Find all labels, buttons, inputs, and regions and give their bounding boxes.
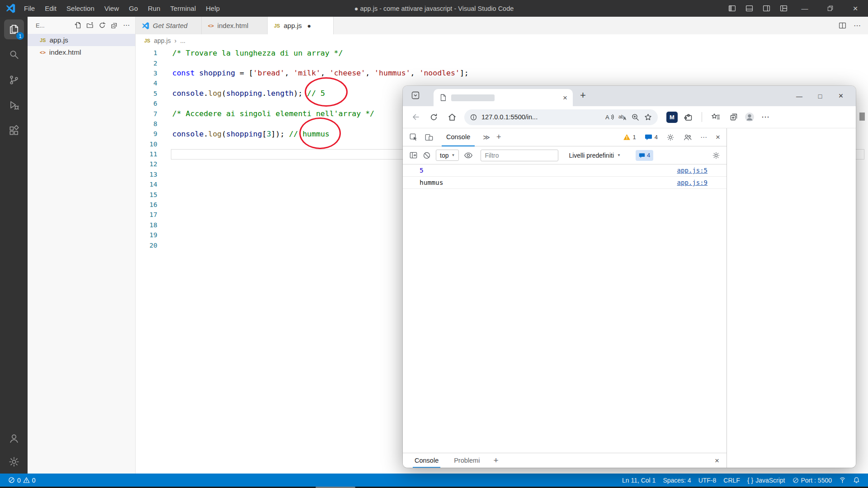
devtools-close-icon[interactable]: ×	[716, 133, 720, 141]
favorites-hub-icon[interactable]	[708, 110, 723, 125]
code-line-2[interactable]: 2	[136, 58, 868, 68]
editor-more-actions-icon[interactable]: ⋯	[854, 21, 861, 30]
file-item-app-js[interactable]: JS app.js	[28, 34, 135, 46]
browser-close-icon[interactable]: ×	[830, 86, 851, 106]
customize-layout-icon[interactable]	[775, 0, 792, 17]
clear-console-icon[interactable]	[423, 151, 431, 160]
menu-go[interactable]: Go	[124, 0, 143, 17]
extensions-icon[interactable]	[0, 118, 28, 143]
search-icon[interactable]	[0, 42, 28, 67]
breadcrumb-file[interactable]: app.js	[154, 37, 170, 44]
menu-terminal[interactable]: Terminal	[165, 0, 201, 17]
encoding[interactable]: UTF-8	[695, 477, 720, 484]
browser-maximize-icon[interactable]: □	[810, 86, 830, 106]
window-minimize-icon[interactable]: —	[792, 0, 817, 17]
tab-actions-menu-icon[interactable]	[411, 91, 420, 100]
context-selector[interactable]: top ▼	[436, 150, 459, 161]
console-filter-input[interactable]	[481, 150, 558, 161]
collapse-all-icon[interactable]	[111, 22, 118, 29]
cursor-position[interactable]: Ln 11, Col 1	[618, 477, 659, 484]
console-message-row[interactable]: hummus app.js:9	[403, 177, 726, 189]
home-icon[interactable]	[444, 110, 459, 125]
device-toolbar-icon[interactable]	[425, 133, 434, 142]
source-control-icon[interactable]	[0, 67, 28, 93]
site-info-icon[interactable]	[470, 113, 477, 121]
browser-minimize-icon[interactable]: —	[789, 86, 810, 106]
reload-icon[interactable]	[426, 110, 441, 125]
more-tabs-icon[interactable]: ≫	[483, 133, 490, 141]
new-tab-icon[interactable]: +	[580, 89, 586, 101]
back-icon[interactable]	[408, 110, 423, 125]
new-folder-icon[interactable]	[86, 22, 94, 29]
refresh-icon[interactable]	[99, 22, 106, 29]
messages-counter[interactable]: 4	[645, 133, 658, 141]
url-text[interactable]: 127.0.0.1:5500/in...	[481, 113, 601, 121]
toggle-secondary-sidebar-icon[interactable]	[758, 0, 775, 17]
menu-file[interactable]: File	[19, 0, 40, 17]
settings-gear-icon[interactable]	[0, 450, 28, 474]
broadcast-icon[interactable]	[835, 477, 849, 483]
drawer-tab-problems[interactable]: Problemi	[452, 453, 481, 468]
read-aloud-icon[interactable]: A	[605, 113, 614, 122]
menu-selection[interactable]: Selection	[61, 0, 99, 17]
new-file-icon[interactable]	[74, 22, 81, 29]
tab-get-started[interactable]: Get Started	[136, 17, 202, 34]
people-icon[interactable]	[683, 133, 692, 141]
browser-tab[interactable]: ×	[434, 89, 573, 106]
profile-avatar[interactable]	[744, 112, 755, 122]
account-icon[interactable]	[0, 427, 28, 450]
translate-icon[interactable]: ab	[618, 113, 627, 122]
toggle-sidebar-icon[interactable]	[723, 0, 741, 17]
console-settings-gear-icon[interactable]	[712, 151, 720, 160]
inspect-element-icon[interactable]	[409, 133, 418, 142]
drawer-close-icon[interactable]: ×	[715, 457, 719, 465]
console-sidebar-icon[interactable]	[409, 151, 418, 160]
browser-settings-menu-icon[interactable]: ⋯	[758, 110, 773, 125]
menu-edit[interactable]: Edit	[40, 0, 61, 17]
problems-indicator[interactable]: 0 0	[5, 474, 39, 487]
tab-app-js[interactable]: JS app.js ●	[268, 17, 334, 34]
code-line-1[interactable]: 1/* Trovare la lunghezza di un array */	[136, 48, 868, 58]
editor-overview-ruler-marker[interactable]	[859, 113, 865, 121]
language-mode[interactable]: { }JavaScript	[744, 477, 789, 484]
more-actions-icon[interactable]: ⋯	[123, 21, 130, 29]
collections-icon[interactable]	[726, 110, 741, 125]
toggle-panel-icon[interactable]	[741, 0, 758, 17]
browser-page[interactable]	[727, 128, 856, 468]
explorer-icon[interactable]: 1	[0, 17, 28, 42]
split-editor-icon[interactable]	[839, 22, 846, 29]
add-devtools-tab-icon[interactable]: +	[496, 132, 501, 142]
drawer-add-tab-icon[interactable]: +	[493, 455, 498, 465]
extensions-puzzle-icon[interactable]	[681, 110, 696, 125]
console-empty-area[interactable]	[403, 189, 726, 453]
source-link[interactable]: app.js:9	[677, 179, 708, 186]
warnings-counter[interactable]: 1	[623, 133, 636, 141]
devtools-more-icon[interactable]: ⋯	[700, 133, 707, 141]
favorites-star-icon[interactable]	[644, 113, 652, 122]
devtools-settings-gear-icon[interactable]	[666, 133, 675, 141]
window-restore-icon[interactable]	[817, 0, 843, 17]
indentation[interactable]: Spaces: 4	[659, 477, 694, 484]
eol-sequence[interactable]: CRLF	[720, 477, 744, 484]
address-bar[interactable]: 127.0.0.1:5500/in... A ab	[464, 109, 658, 125]
file-item-index-html[interactable]: <> index.html	[28, 46, 135, 58]
log-levels-selector[interactable]: Livelli predefiniti ▼	[569, 152, 621, 159]
live-server-port[interactable]: Port : 5500	[789, 477, 836, 484]
zoom-icon[interactable]	[631, 113, 640, 122]
code-line-3[interactable]: 3const shopping = ['bread', 'milk', 'che…	[136, 68, 868, 78]
notifications-bell-icon[interactable]	[849, 477, 863, 483]
message-count-chip[interactable]: 4	[636, 150, 653, 161]
breadcrumb[interactable]: JS app.js › ...	[136, 34, 868, 47]
console-message-row[interactable]: 5 app.js:5	[403, 164, 726, 177]
tab-index-html[interactable]: <> index.html	[202, 17, 268, 34]
run-debug-icon[interactable]	[0, 93, 28, 118]
pinned-extension-m-icon[interactable]: M	[666, 112, 678, 123]
tab-close-icon[interactable]: ×	[563, 94, 567, 102]
window-close-icon[interactable]: ×	[843, 0, 868, 17]
breadcrumb-more[interactable]: ...	[180, 37, 186, 44]
menu-help[interactable]: Help	[201, 0, 225, 17]
modified-dot-icon[interactable]: ●	[307, 22, 311, 29]
drawer-tab-console[interactable]: Console	[413, 453, 440, 468]
menu-run[interactable]: Run	[143, 0, 165, 17]
eye-icon[interactable]	[464, 151, 473, 160]
